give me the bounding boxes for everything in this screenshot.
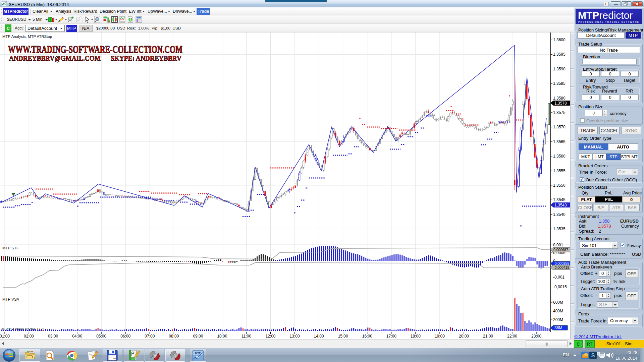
svg-text:19:00: 19:00 <box>435 334 445 339</box>
svg-text:64: 64 <box>113 357 116 360</box>
svg-text:ANDREYBBRV@GMAIL.COM: ANDREYBBRV@GMAIL.COM <box>9 55 101 62</box>
svg-text:400M: 400M <box>553 309 563 313</box>
svg-text:15:00: 15:00 <box>338 334 348 339</box>
svg-text:18:00: 18:00 <box>411 334 421 339</box>
svg-text:-0,000415: -0,000415 <box>553 265 569 269</box>
svg-text:22:00: 22:00 <box>507 334 517 339</box>
svg-text:1,3550: 1,3550 <box>553 183 566 188</box>
svg-text:SKYPE: ANDREYBBRV: SKYPE: ANDREYBBRV <box>111 55 182 62</box>
svg-text:07:00: 07:00 <box>145 334 155 339</box>
svg-text:1,3555: 1,3555 <box>553 169 566 173</box>
svg-text:08:00: 08:00 <box>169 334 179 339</box>
svg-text:11:00: 11:00 <box>241 334 251 339</box>
svg-text:1,3575: 1,3575 <box>553 110 566 115</box>
svg-text:04:00: 04:00 <box>72 334 82 339</box>
svg-text:1,3590: 1,3590 <box>553 67 566 71</box>
svg-text:20:00: 20:00 <box>459 334 469 339</box>
svg-text:1,3580: 1,3580 <box>553 96 566 101</box>
svg-text:0,000687: 0,000687 <box>553 248 568 252</box>
svg-text:1,3600: 1,3600 <box>553 38 566 42</box>
svg-text:01:00: 01:00 <box>0 334 10 339</box>
svg-text:WWW.TRADING-SOFTWARE-COLLECTIO: WWW.TRADING-SOFTWARE-COLLECTION.COM <box>8 44 182 55</box>
svg-text:600M: 600M <box>553 300 563 305</box>
svg-text:05:00: 05:00 <box>96 334 106 339</box>
svg-text:38M: 38M <box>554 325 562 330</box>
svg-text:13:00: 13:00 <box>290 334 300 339</box>
svg-text:10:00: 10:00 <box>217 334 227 339</box>
svg-text:06:00: 06:00 <box>120 334 130 339</box>
svg-text:MTP Analysis, MTP ATRStop: MTP Analysis, MTP ATRStop <box>2 35 52 39</box>
svg-text:03:00: 03:00 <box>48 334 58 339</box>
svg-text:1,3595: 1,3595 <box>553 52 566 57</box>
svg-text:21:00: 21:00 <box>483 334 493 339</box>
svg-text:1,3578: 1,3578 <box>554 101 567 106</box>
svg-text:1,3543: 1,3543 <box>554 203 567 207</box>
svg-text:09:00: 09:00 <box>193 334 203 339</box>
svg-text:-0,0015: -0,0015 <box>553 285 567 289</box>
svg-text:02:00: 02:00 <box>24 334 34 339</box>
svg-text:1,3560: 1,3560 <box>553 154 566 159</box>
svg-text:200M: 200M <box>553 317 563 322</box>
svg-text:0,001: 0,001 <box>553 243 563 247</box>
svg-text:v7: v7 <box>196 355 200 359</box>
svg-text:1,3585: 1,3585 <box>553 81 566 86</box>
svg-text:MTP: MTP <box>195 352 201 355</box>
svg-text:MTP STF: MTP STF <box>2 246 19 250</box>
svg-text:1,3570: 1,3570 <box>553 125 566 129</box>
svg-text:-0,000255: -0,000255 <box>553 261 569 265</box>
svg-text:S: S <box>591 353 595 358</box>
svg-text:1,3545: 1,3545 <box>553 197 566 202</box>
svg-text:1,3565: 1,3565 <box>553 139 566 144</box>
svg-text:1,3540: 1,3540 <box>553 212 566 217</box>
svg-text:12:00: 12:00 <box>265 334 275 339</box>
svg-text:MTP VSA: MTP VSA <box>2 297 19 301</box>
svg-text:17:00: 17:00 <box>386 334 396 339</box>
svg-text:23:00: 23:00 <box>531 334 541 339</box>
svg-text:1,3535: 1,3535 <box>553 227 566 231</box>
svg-text:14:00: 14:00 <box>314 334 324 339</box>
svg-text:-0,001: -0,001 <box>553 275 565 280</box>
svg-text:16:00: 16:00 <box>362 334 372 339</box>
